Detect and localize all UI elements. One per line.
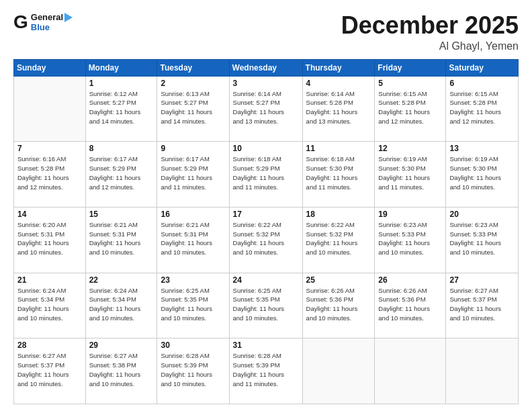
title-block: December 2025 Al Ghayl, Yemen — [341, 12, 519, 52]
day-info: Sunrise: 6:15 AM Sunset: 5:28 PM Dayligh… — [449, 89, 515, 126]
day-number: 23 — [161, 275, 225, 285]
table-row — [14, 76, 86, 142]
day-info: Sunrise: 6:13 AM Sunset: 5:27 PM Dayligh… — [161, 89, 225, 126]
table-row: 7Sunrise: 6:16 AM Sunset: 5:28 PM Daylig… — [14, 142, 86, 208]
table-row: 16Sunrise: 6:21 AM Sunset: 5:31 PM Dayli… — [157, 207, 229, 273]
table-row: 15Sunrise: 6:21 AM Sunset: 5:31 PM Dayli… — [85, 207, 157, 273]
col-thursday: Thursday — [302, 59, 375, 76]
table-row: 25Sunrise: 6:26 AM Sunset: 5:36 PM Dayli… — [302, 273, 375, 338]
day-info: Sunrise: 6:12 AM Sunset: 5:27 PM Dayligh… — [89, 89, 154, 126]
day-info: Sunrise: 6:28 AM Sunset: 5:39 PM Dayligh… — [161, 351, 225, 388]
table-row: 5Sunrise: 6:15 AM Sunset: 5:28 PM Daylig… — [375, 76, 446, 142]
table-row: 26Sunrise: 6:26 AM Sunset: 5:36 PM Dayli… — [375, 273, 446, 338]
day-info: Sunrise: 6:25 AM Sunset: 5:35 PM Dayligh… — [161, 286, 225, 323]
day-number: 10 — [233, 144, 299, 153]
day-number: 25 — [306, 275, 371, 285]
day-number: 24 — [233, 275, 299, 285]
day-number: 12 — [378, 144, 442, 153]
day-info: Sunrise: 6:22 AM Sunset: 5:32 PM Dayligh… — [306, 220, 371, 257]
day-info: Sunrise: 6:24 AM Sunset: 5:34 PM Dayligh… — [17, 286, 82, 323]
day-number: 13 — [449, 144, 515, 153]
day-info: Sunrise: 6:28 AM Sunset: 5:39 PM Dayligh… — [233, 351, 299, 388]
day-number: 28 — [17, 340, 82, 350]
day-number: 4 — [306, 79, 371, 88]
day-info: Sunrise: 6:20 AM Sunset: 5:31 PM Dayligh… — [17, 220, 82, 257]
calendar-week-row: 7Sunrise: 6:16 AM Sunset: 5:28 PM Daylig… — [14, 142, 519, 208]
table-row: 9Sunrise: 6:17 AM Sunset: 5:29 PM Daylig… — [157, 142, 229, 208]
day-number: 26 — [378, 275, 442, 285]
col-saturday: Saturday — [446, 59, 519, 76]
table-row — [446, 338, 519, 404]
table-row: 2Sunrise: 6:13 AM Sunset: 5:27 PM Daylig… — [157, 76, 229, 142]
day-number: 15 — [89, 210, 154, 219]
day-info: Sunrise: 6:17 AM Sunset: 5:29 PM Dayligh… — [89, 154, 154, 191]
day-number: 1 — [89, 79, 154, 88]
day-number: 17 — [233, 210, 299, 219]
col-friday: Friday — [375, 59, 446, 76]
day-number: 8 — [89, 144, 154, 153]
table-row: 31Sunrise: 6:28 AM Sunset: 5:39 PM Dayli… — [229, 338, 302, 404]
day-number: 31 — [233, 340, 299, 350]
table-row: 19Sunrise: 6:23 AM Sunset: 5:33 PM Dayli… — [375, 207, 446, 273]
day-info: Sunrise: 6:15 AM Sunset: 5:28 PM Dayligh… — [378, 89, 442, 126]
day-info: Sunrise: 6:19 AM Sunset: 5:30 PM Dayligh… — [449, 154, 515, 191]
table-row: 4Sunrise: 6:14 AM Sunset: 5:28 PM Daylig… — [302, 76, 375, 142]
day-number: 21 — [17, 275, 82, 285]
day-info: Sunrise: 6:16 AM Sunset: 5:28 PM Dayligh… — [17, 154, 82, 191]
table-row — [302, 338, 375, 404]
day-number: 5 — [378, 79, 442, 88]
header: G General Blue December 2025 Al Ghayl, Y… — [13, 12, 519, 52]
day-info: Sunrise: 6:17 AM Sunset: 5:29 PM Dayligh… — [161, 154, 225, 191]
logo: G General Blue — [13, 12, 73, 32]
day-info: Sunrise: 6:14 AM Sunset: 5:27 PM Dayligh… — [233, 89, 299, 126]
day-info: Sunrise: 6:26 AM Sunset: 5:36 PM Dayligh… — [378, 286, 442, 323]
logo-arrow-icon — [64, 13, 73, 22]
location: Al Ghayl, Yemen — [341, 40, 519, 52]
month-title: December 2025 — [341, 12, 519, 39]
day-info: Sunrise: 6:26 AM Sunset: 5:36 PM Dayligh… — [306, 286, 371, 323]
table-row: 3Sunrise: 6:14 AM Sunset: 5:27 PM Daylig… — [229, 76, 302, 142]
day-number: 7 — [17, 144, 82, 153]
day-info: Sunrise: 6:18 AM Sunset: 5:30 PM Dayligh… — [306, 154, 371, 191]
day-number: 14 — [17, 210, 82, 219]
table-row: 21Sunrise: 6:24 AM Sunset: 5:34 PM Dayli… — [14, 273, 86, 338]
table-row: 22Sunrise: 6:24 AM Sunset: 5:34 PM Dayli… — [85, 273, 157, 338]
day-number: 3 — [233, 79, 299, 88]
day-number: 27 — [449, 275, 515, 285]
day-info: Sunrise: 6:25 AM Sunset: 5:35 PM Dayligh… — [233, 286, 299, 323]
table-row: 27Sunrise: 6:27 AM Sunset: 5:37 PM Dayli… — [446, 273, 519, 338]
table-row: 10Sunrise: 6:18 AM Sunset: 5:29 PM Dayli… — [229, 142, 302, 208]
col-sunday: Sunday — [14, 59, 86, 76]
table-row: 24Sunrise: 6:25 AM Sunset: 5:35 PM Dayli… — [229, 273, 302, 338]
day-info: Sunrise: 6:27 AM Sunset: 5:37 PM Dayligh… — [17, 351, 82, 388]
table-row: 28Sunrise: 6:27 AM Sunset: 5:37 PM Dayli… — [14, 338, 86, 404]
table-row — [375, 338, 446, 404]
day-number: 22 — [89, 275, 154, 285]
day-info: Sunrise: 6:21 AM Sunset: 5:31 PM Dayligh… — [161, 220, 225, 257]
table-row: 1Sunrise: 6:12 AM Sunset: 5:27 PM Daylig… — [85, 76, 157, 142]
calendar-week-row: 28Sunrise: 6:27 AM Sunset: 5:37 PM Dayli… — [14, 338, 519, 404]
day-number: 16 — [161, 210, 225, 219]
calendar-week-row: 1Sunrise: 6:12 AM Sunset: 5:27 PM Daylig… — [14, 76, 519, 142]
col-tuesday: Tuesday — [157, 59, 229, 76]
table-row: 8Sunrise: 6:17 AM Sunset: 5:29 PM Daylig… — [85, 142, 157, 208]
day-info: Sunrise: 6:19 AM Sunset: 5:30 PM Dayligh… — [378, 154, 442, 191]
day-info: Sunrise: 6:18 AM Sunset: 5:29 PM Dayligh… — [233, 154, 299, 191]
logo-general: General — [31, 12, 63, 22]
table-row: 14Sunrise: 6:20 AM Sunset: 5:31 PM Dayli… — [14, 207, 86, 273]
day-info: Sunrise: 6:23 AM Sunset: 5:33 PM Dayligh… — [449, 220, 515, 257]
day-number: 9 — [161, 144, 225, 153]
calendar-header-row: Sunday Monday Tuesday Wednesday Thursday… — [14, 59, 519, 76]
day-number: 30 — [161, 340, 225, 350]
table-row: 30Sunrise: 6:28 AM Sunset: 5:39 PM Dayli… — [157, 338, 229, 404]
day-info: Sunrise: 6:24 AM Sunset: 5:34 PM Dayligh… — [89, 286, 154, 323]
day-number: 18 — [306, 210, 371, 219]
day-info: Sunrise: 6:22 AM Sunset: 5:32 PM Dayligh… — [233, 220, 299, 257]
table-row: 29Sunrise: 6:27 AM Sunset: 5:38 PM Dayli… — [85, 338, 157, 404]
day-info: Sunrise: 6:14 AM Sunset: 5:28 PM Dayligh… — [306, 89, 371, 126]
day-number: 29 — [89, 340, 154, 350]
day-info: Sunrise: 6:27 AM Sunset: 5:37 PM Dayligh… — [449, 286, 515, 323]
table-row: 12Sunrise: 6:19 AM Sunset: 5:30 PM Dayli… — [375, 142, 446, 208]
day-info: Sunrise: 6:21 AM Sunset: 5:31 PM Dayligh… — [89, 220, 154, 257]
day-number: 20 — [449, 210, 515, 219]
